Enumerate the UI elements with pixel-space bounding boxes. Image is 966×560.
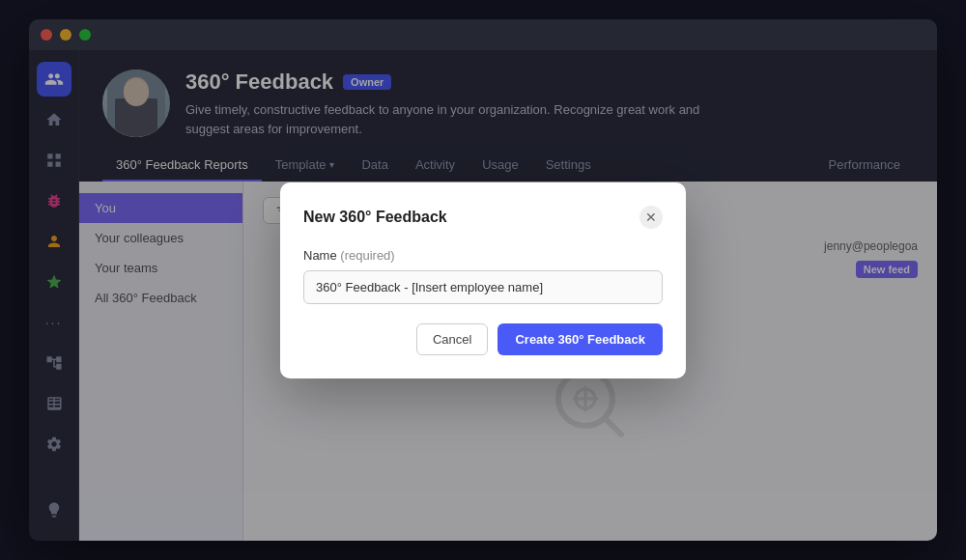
cancel-button[interactable]: Cancel <box>416 323 488 355</box>
modal-required-label: (required) <box>340 248 394 263</box>
modal-header: New 360° Feedback ✕ <box>303 206 663 229</box>
modal-overlay[interactable]: New 360° Feedback ✕ Name (required) Canc… <box>0 0 966 560</box>
new-feedback-modal: New 360° Feedback ✕ Name (required) Canc… <box>280 182 686 378</box>
modal-footer: Cancel Create 360° Feedback <box>303 323 663 355</box>
modal-name-label: Name (required) <box>303 248 663 263</box>
create-feedback-button[interactable]: Create 360° Feedback <box>497 323 663 355</box>
modal-close-button[interactable]: ✕ <box>639 206 663 229</box>
modal-name-input[interactable] <box>303 270 663 304</box>
modal-title: New 360° Feedback <box>303 209 447 226</box>
